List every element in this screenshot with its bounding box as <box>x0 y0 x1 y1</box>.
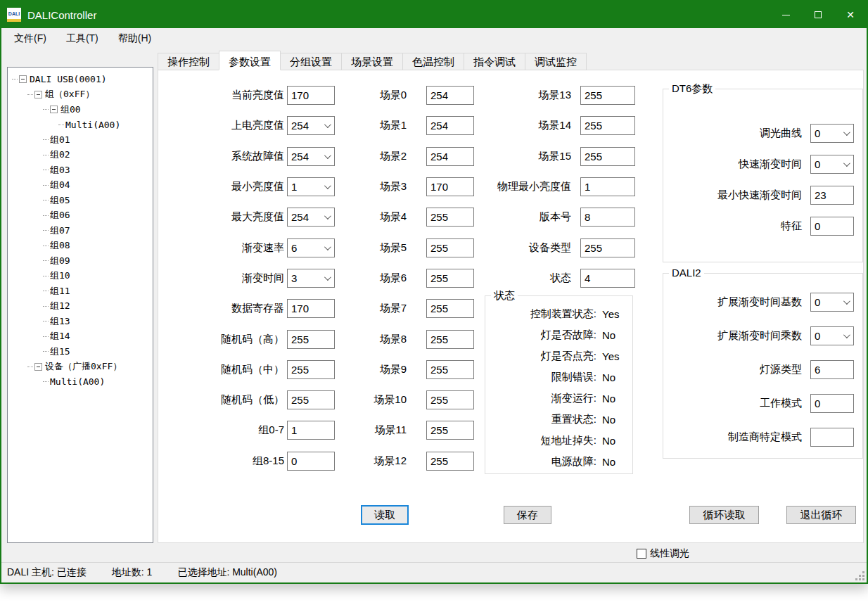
param-dropdown[interactable]: 254 <box>287 147 335 166</box>
scene-input[interactable] <box>426 330 474 349</box>
tab[interactable]: 分组设置 <box>280 53 342 70</box>
tree-item[interactable]: 组14 <box>8 329 153 345</box>
param-dropdown[interactable]: 1 <box>287 177 335 196</box>
tree-item[interactable]: 组15 <box>8 344 153 359</box>
menu-item[interactable]: 工具(T) <box>59 30 106 48</box>
param-input[interactable] <box>810 186 854 205</box>
loop-read-button[interactable]: 循环读取 <box>689 506 759 524</box>
dropdown-value: 0 <box>815 127 820 139</box>
param-label: 设备类型 <box>462 241 571 255</box>
tab[interactable]: 操作控制 <box>158 53 219 70</box>
tree-item[interactable]: 组00 <box>8 102 153 117</box>
param-dropdown[interactable]: 0 <box>810 155 854 174</box>
exit-loop-button[interactable]: 退出循环 <box>786 506 856 524</box>
param-label: 状态 <box>462 272 571 285</box>
param-input[interactable] <box>810 360 854 379</box>
param-label: 快速渐变时间 <box>672 158 810 171</box>
param-input[interactable] <box>287 390 335 409</box>
tree-item[interactable]: 组（0xFF） <box>8 87 153 103</box>
param-input[interactable] <box>810 394 854 413</box>
param-dropdown[interactable]: 3 <box>287 269 335 288</box>
param-input[interactable] <box>287 360 335 379</box>
param-input[interactable] <box>580 177 635 196</box>
param-input[interactable] <box>287 452 335 471</box>
tree-item[interactable]: DALI USB(0001) <box>8 72 153 87</box>
linear-dim-checkbox[interactable] <box>637 549 646 559</box>
tree-item[interactable]: 组05 <box>8 193 153 208</box>
tab[interactable]: 参数设置 <box>219 51 281 70</box>
param-dropdown[interactable]: 0 <box>810 326 854 345</box>
scene-row: 场景6 <box>338 263 474 293</box>
scene-label: 场景11 <box>338 424 407 437</box>
maximize-button[interactable] <box>802 1 834 28</box>
param-input[interactable] <box>287 330 335 349</box>
scene-input[interactable] <box>426 452 474 471</box>
collapse-icon[interactable] <box>19 75 27 83</box>
menu-item[interactable]: 文件(F) <box>7 30 53 48</box>
tree-item[interactable]: 组02 <box>8 148 153 163</box>
status-row: 灯是否故障: No <box>485 324 632 345</box>
menu-item[interactable]: 帮助(H) <box>111 30 158 48</box>
scene-input[interactable] <box>426 421 474 440</box>
scene-input[interactable] <box>426 360 474 379</box>
param-input[interactable] <box>580 86 635 105</box>
tree-item[interactable]: 设备（广播0xFF） <box>8 359 153 375</box>
param-input[interactable] <box>580 147 635 166</box>
param-input[interactable] <box>580 208 635 227</box>
tab[interactable]: 指令调试 <box>464 53 525 70</box>
tree-item[interactable]: Multi(A00) <box>8 117 153 133</box>
collapse-icon[interactable] <box>34 363 42 371</box>
param-dropdown[interactable]: 254 <box>287 208 335 227</box>
param-input[interactable] <box>580 116 635 135</box>
param-dropdown[interactable]: 6 <box>287 238 335 257</box>
minimize-button[interactable] <box>770 1 802 28</box>
tree-item[interactable]: 组13 <box>8 314 153 329</box>
param-dropdown[interactable]: 0 <box>810 124 854 143</box>
tree-item[interactable]: 组09 <box>8 253 153 269</box>
dt6-rows: 调光曲线 0 快速渐变时间 0 <box>672 117 854 241</box>
status-value: Yes <box>602 350 619 362</box>
param-input[interactable] <box>580 269 635 288</box>
close-button[interactable]: ✕ <box>834 1 867 28</box>
param-input[interactable] <box>810 217 854 236</box>
param-dropdown[interactable]: 254 <box>287 116 335 135</box>
tree-item[interactable]: 组03 <box>8 163 153 178</box>
tree-item[interactable]: 组07 <box>8 223 153 238</box>
tree-connector <box>43 351 49 352</box>
param-input[interactable] <box>287 421 335 440</box>
tree-item[interactable]: 组04 <box>8 178 153 193</box>
status-value: No <box>602 435 615 447</box>
tree-item[interactable]: Multi(A00) <box>8 374 153 390</box>
scene-label: 场景3 <box>338 180 407 193</box>
param-input[interactable] <box>580 238 635 257</box>
param-input[interactable] <box>287 86 335 105</box>
tab[interactable]: 色温控制 <box>402 53 464 70</box>
tab[interactable]: 调试监控 <box>525 53 587 70</box>
tree-item-label: 组07 <box>50 224 70 237</box>
tree-item[interactable]: 组08 <box>8 238 153 254</box>
tree-item-label: 组03 <box>50 164 70 177</box>
status-label: 限制错误: <box>485 371 596 384</box>
param-dropdown[interactable]: 0 <box>810 293 854 312</box>
dropdown-value: 254 <box>291 211 309 223</box>
status-row: 限制错误: No <box>485 367 632 388</box>
dt6-group-title: DT6参数 <box>669 82 715 96</box>
tree-connector <box>58 125 64 125</box>
param-input[interactable] <box>287 299 335 318</box>
collapse-icon[interactable] <box>50 106 58 113</box>
parameter-settings-panel: 当前亮度值 上电亮度值 254 系统故障值 <box>158 70 864 543</box>
tree-item[interactable]: 组01 <box>8 132 153 148</box>
collapse-icon[interactable] <box>34 91 42 98</box>
read-button[interactable]: 读取 <box>361 505 409 525</box>
tree-item[interactable]: 组10 <box>8 269 153 284</box>
tree-item[interactable]: 组11 <box>8 284 153 299</box>
scene-input[interactable] <box>426 299 474 318</box>
minimize-icon <box>782 15 790 15</box>
save-button[interactable]: 保存 <box>504 506 551 524</box>
param-input[interactable] <box>810 428 854 447</box>
tree-item[interactable]: 组12 <box>8 299 153 314</box>
resize-grip[interactable] <box>855 571 864 580</box>
tree-item[interactable]: 组06 <box>8 208 153 224</box>
scene-input[interactable] <box>426 390 474 409</box>
tab[interactable]: 场景设置 <box>341 53 403 70</box>
